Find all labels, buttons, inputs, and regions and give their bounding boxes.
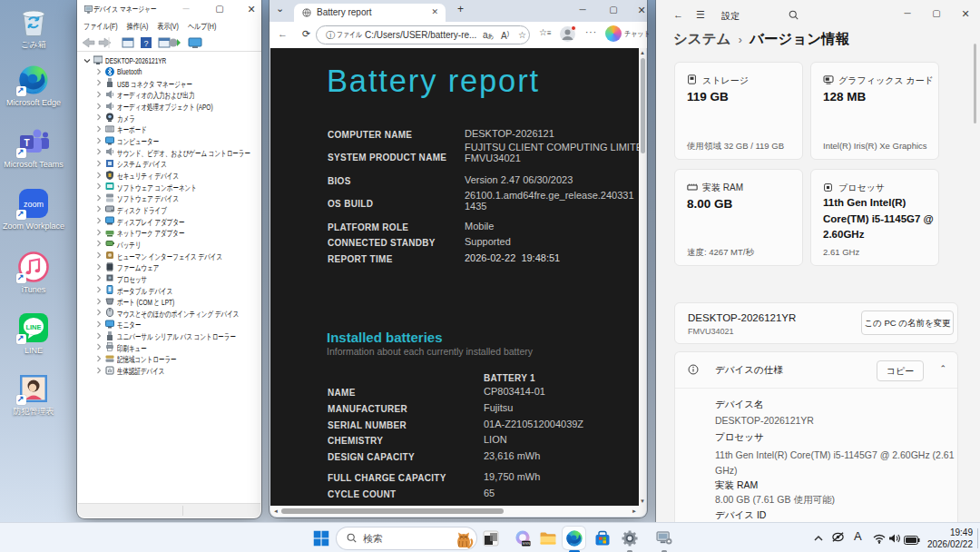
svg-text:MSN: MSN <box>522 542 530 546</box>
svg-text:LINE: LINE <box>25 323 41 331</box>
svg-text:?: ? <box>143 39 148 48</box>
svg-text:zoom: zoom <box>24 200 44 209</box>
svg-text:T: T <box>24 138 29 148</box>
